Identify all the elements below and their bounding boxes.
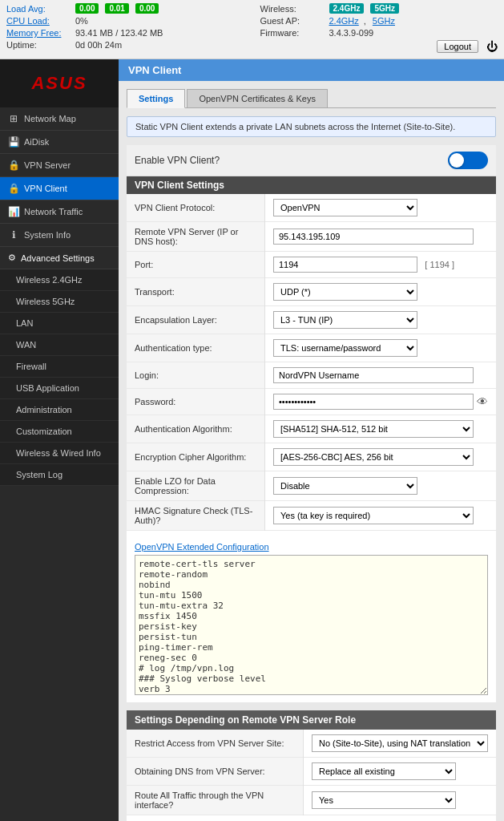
- auth-algorithm-label: Authentication Algorithm:: [127, 415, 265, 443]
- dns-label: Obtaining DNS from VPN Server:: [127, 758, 304, 786]
- enable-vpn-row: Enable VPN Client?: [127, 145, 496, 176]
- bottom-section-header: Settings Depending on Remote VPN Server …: [127, 710, 496, 730]
- sidebar-item-aidisk[interactable]: 💾 AiDisk: [0, 131, 119, 154]
- logo-area: ASUS: [0, 59, 119, 107]
- uptime-label: Uptime:: [6, 40, 71, 50]
- toggle-track[interactable]: [448, 152, 488, 169]
- cpu-row: CPU Load: 0%: [6, 16, 244, 26]
- encryption-row: Encryption Cipher Algorithm: [AES-256-CB…: [127, 443, 496, 471]
- uptime-row: Uptime: 0d 00h 24m: [6, 40, 244, 50]
- login-input[interactable]: [273, 367, 474, 383]
- firmware-value: 3.4.3.9-099: [329, 28, 374, 38]
- wireless-5-label: Wireless 5GHz: [16, 297, 75, 306]
- openvpn-extended-link[interactable]: OpenVPN Extended Configuration: [135, 542, 488, 552]
- tab-openvpn-certs[interactable]: OpenVPN Certificates & Keys: [187, 89, 328, 107]
- sidebar-item-customization[interactable]: Customization: [0, 421, 119, 443]
- logout-row[interactable]: Logout ⏻: [260, 40, 498, 53]
- encapsulation-row: Encapsulation Layer: L3 - TUN (IP): [127, 306, 496, 334]
- sidebar-item-system-info[interactable]: ℹ System Info: [0, 224, 119, 247]
- sidebar-item-label: System Info: [24, 230, 71, 240]
- sidebar-item-wireless-wired[interactable]: Wireless & Wired Info: [0, 443, 119, 464]
- sidebar-item-wireless-24[interactable]: Wireless 2.4GHz: [0, 269, 119, 291]
- sidebar-item-system-log[interactable]: System Log: [0, 464, 119, 486]
- advanced-settings-icon: ⚙: [8, 253, 16, 263]
- wireless-badge-5[interactable]: 5GHz: [370, 3, 399, 14]
- vpn-client-icon: 🔒: [8, 183, 19, 194]
- enable-vpn-toggle[interactable]: [448, 152, 488, 169]
- wireless-wired-label: Wireless & Wired Info: [16, 448, 101, 458]
- sidebar-advanced-settings[interactable]: ⚙ Advanced Settings: [0, 247, 119, 269]
- auth-type-row: Authentication type: TLS: username/passw…: [127, 334, 496, 362]
- load-badge-3: 0.00: [135, 3, 159, 14]
- wan-label: WAN: [16, 340, 36, 350]
- hmac-label: HMAC Signature Check (TLS-Auth)?: [127, 501, 265, 531]
- lzo-select[interactable]: Disable: [273, 477, 417, 495]
- vpn-settings-header: VPN Client Settings: [127, 176, 496, 194]
- script-section: Run the Script After Connected/Disconnec…: [127, 815, 496, 821]
- eye-icon[interactable]: 👁: [477, 395, 488, 408]
- guest-ap-label: Guest AP:: [260, 16, 325, 26]
- wireless-label: Wireless:: [260, 4, 325, 14]
- top-left: Load Avg: 0.00 0.01 0.00 CPU Load: 0% Me…: [6, 3, 244, 55]
- top-right: Wireless: 2.4GHz 5GHz Guest AP: 2.4GHz ,…: [260, 3, 498, 55]
- wireless-badge-24[interactable]: 2.4GHz: [329, 3, 365, 14]
- password-input[interactable]: [273, 394, 474, 410]
- sidebar-item-label: VPN Server: [24, 160, 71, 170]
- sidebar: ASUS ⊞ Network Map 💾 AiDisk 🔒 VPN Server…: [0, 59, 119, 821]
- sidebar-item-wan[interactable]: WAN: [0, 334, 119, 356]
- protocol-select[interactable]: OpenVPN: [273, 199, 417, 216]
- logout-button[interactable]: Logout: [437, 40, 478, 53]
- guest-ap-row: Guest AP: 2.4GHz , 5GHz: [260, 16, 498, 26]
- protocol-label: VPN Client Protocol:: [127, 194, 265, 222]
- port-input[interactable]: [273, 257, 417, 273]
- login-row: Login:: [127, 362, 496, 389]
- auth-type-select[interactable]: TLS: username/password: [273, 339, 417, 357]
- enable-vpn-label: Enable VPN Client?: [135, 155, 448, 166]
- system-info-icon: ℹ: [8, 229, 19, 241]
- sidebar-item-network-map[interactable]: ⊞ Network Map: [0, 107, 119, 131]
- sidebar-item-firewall[interactable]: Firewall: [0, 356, 119, 378]
- firewall-label: Firewall: [16, 362, 46, 371]
- sidebar-item-wireless-5[interactable]: Wireless 5GHz: [0, 291, 119, 313]
- uptime-value: 0d 00h 24m: [75, 40, 122, 50]
- remote-server-input[interactable]: [273, 229, 474, 245]
- encapsulation-select[interactable]: L3 - TUN (IP): [273, 311, 417, 329]
- guest-ap-5[interactable]: 5GHz: [373, 16, 395, 26]
- hmac-row: HMAC Signature Check (TLS-Auth)? Yes (ta…: [127, 501, 496, 531]
- auth-algorithm-select[interactable]: [SHA512] SHA-512, 512 bit: [273, 420, 474, 438]
- dns-select[interactable]: Replace all existing: [312, 762, 456, 780]
- power-icon[interactable]: ⏻: [486, 40, 498, 53]
- sidebar-item-usb-app[interactable]: USB Application: [0, 378, 119, 399]
- openvpn-textarea[interactable]: remote-cert-tls server remote-random nob…: [135, 555, 488, 695]
- top-bar: Load Avg: 0.00 0.01 0.00 CPU Load: 0% Me…: [0, 0, 504, 59]
- restrict-access-row: Restrict Access from VPN Server Site: No…: [127, 730, 496, 758]
- restrict-access-label: Restrict Access from VPN Server Site:: [127, 730, 304, 758]
- aidisk-icon: 💾: [8, 136, 19, 148]
- password-row: Password: 👁: [127, 389, 496, 415]
- sidebar-item-vpn-server[interactable]: 🔒 VPN Server: [0, 154, 119, 177]
- tab-settings[interactable]: Settings: [127, 89, 185, 108]
- tabs: Settings OpenVPN Certificates & Keys: [127, 89, 496, 108]
- sidebar-item-administration[interactable]: Administration: [0, 399, 119, 421]
- restrict-access-select[interactable]: No (Site-to-Site), using NAT translation: [312, 734, 488, 752]
- port-row: Port: [ 1194 ]: [127, 252, 496, 278]
- dns-row: Obtaining DNS from VPN Server: Replace a…: [127, 758, 496, 786]
- guest-ap-24[interactable]: 2.4GHz: [329, 16, 359, 26]
- remote-server-label: Remote VPN Server (IP or DNS host):: [127, 222, 265, 252]
- firmware-label: Firmware:: [260, 28, 325, 38]
- sidebar-item-label: VPN Client: [24, 184, 67, 193]
- password-label: Password:: [127, 389, 265, 415]
- hmac-select[interactable]: Yes (ta key is required): [273, 507, 474, 524]
- sidebar-item-network-traffic[interactable]: 📊 Network Traffic: [0, 200, 119, 224]
- encryption-select[interactable]: [AES-256-CBC] AES, 256 bit: [273, 448, 474, 466]
- sidebar-item-lan[interactable]: LAN: [0, 313, 119, 334]
- content-header: VPN Client: [119, 59, 504, 81]
- encryption-label: Encryption Cipher Algorithm:: [127, 443, 265, 471]
- system-log-label: System Log: [16, 470, 62, 479]
- password-container: 👁: [273, 394, 488, 410]
- protocol-row: VPN Client Protocol: OpenVPN: [127, 194, 496, 222]
- lzo-row: Enable LZO for Data Compression: Disable: [127, 471, 496, 501]
- sidebar-item-vpn-client[interactable]: 🔒 VPN Client: [0, 177, 119, 200]
- route-traffic-select[interactable]: Yes: [312, 791, 456, 809]
- transport-select[interactable]: UDP (*): [273, 283, 417, 301]
